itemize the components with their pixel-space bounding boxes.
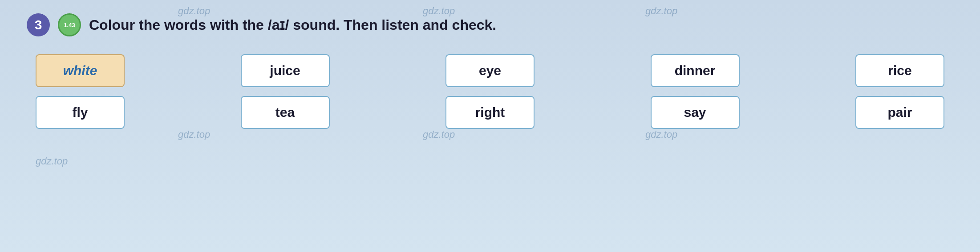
word-tea: tea	[275, 105, 295, 120]
word-cell-eye: eye	[445, 54, 535, 87]
word-box-tea[interactable]: tea	[241, 96, 330, 129]
exercise-number: 3	[35, 17, 42, 32]
word-cell-dinner: dinner	[651, 54, 740, 87]
word-box-eye[interactable]: eye	[445, 54, 535, 87]
word-cell-fly: fly	[36, 96, 125, 129]
audio-track-number: 1.43	[64, 22, 75, 28]
word-box-right[interactable]: right	[445, 96, 535, 129]
page: gdz.top gdz.top gdz.top gdz.top gdz.top …	[0, 0, 980, 252]
word-dinner: dinner	[675, 63, 716, 78]
audio-badge[interactable]: 1.43	[58, 13, 81, 36]
words-section: white juice eye dinner rice	[27, 54, 953, 129]
words-row-2: fly tea right say pair	[27, 96, 953, 129]
word-white: white	[63, 63, 97, 78]
watermark-7: gdz.top	[36, 156, 68, 167]
word-cell-rice: rice	[855, 54, 944, 87]
word-right: right	[475, 105, 505, 120]
word-juice: juice	[270, 63, 300, 78]
words-row-1: white juice eye dinner rice	[27, 54, 953, 87]
exercise-number-badge: 3	[27, 13, 50, 36]
watermark-5: gdz.top	[423, 129, 455, 140]
word-box-juice[interactable]: juice	[241, 54, 330, 87]
word-cell-white: white	[36, 54, 125, 87]
word-box-white[interactable]: white	[36, 54, 125, 87]
header-row: 3 1.43 Colour the words with the /aɪ/ so…	[27, 13, 953, 36]
word-pair: pair	[887, 105, 912, 120]
word-cell-tea: tea	[241, 96, 330, 129]
word-box-rice[interactable]: rice	[855, 54, 944, 87]
word-cell-juice: juice	[241, 54, 330, 87]
instruction-text: Colour the words with the /aɪ/ sound. Th…	[89, 16, 496, 33]
word-box-fly[interactable]: fly	[36, 96, 125, 129]
watermark-4: gdz.top	[178, 129, 210, 140]
word-say: say	[684, 105, 706, 120]
word-box-say[interactable]: say	[651, 96, 740, 129]
word-cell-right: right	[445, 96, 535, 129]
watermark-6: gdz.top	[645, 129, 677, 140]
word-box-pair[interactable]: pair	[855, 96, 944, 129]
word-fly: fly	[72, 105, 88, 120]
word-cell-pair: pair	[855, 96, 944, 129]
word-eye: eye	[479, 63, 501, 78]
word-rice: rice	[888, 63, 911, 78]
word-box-dinner[interactable]: dinner	[651, 54, 740, 87]
word-cell-say: say	[651, 96, 740, 129]
